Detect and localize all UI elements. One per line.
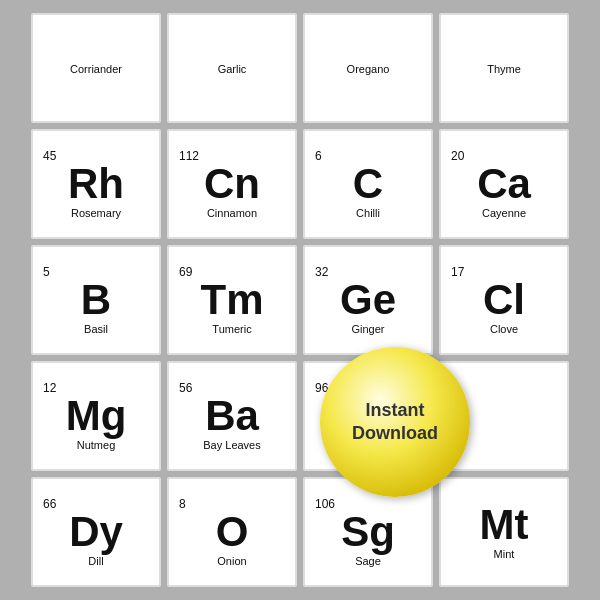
- cell-rosemary: 45 Rh Rosemary: [31, 129, 161, 239]
- cell-thyme: Thyme: [439, 13, 569, 123]
- name-mint: Mint: [494, 548, 515, 560]
- symbol-ba: Ba: [205, 395, 259, 437]
- name-oregano: Oregano: [347, 63, 390, 75]
- name-chilli: Chilli: [356, 207, 380, 219]
- name-tumeric: Tumeric: [212, 323, 251, 335]
- number-rosemary: 45: [37, 149, 56, 163]
- cell-garlic: Garlic: [167, 13, 297, 123]
- number-cinnamon: 112: [173, 149, 199, 163]
- symbol-cn: Cn: [204, 163, 260, 205]
- number-dill: 66: [37, 497, 56, 511]
- element-grid: Corriander Garlic Oregano Thyme 45 Rh Ro…: [25, 7, 575, 593]
- number-cayenne: 20: [445, 149, 464, 163]
- cell-bay-leaves: 56 Ba Bay Leaves: [167, 361, 297, 471]
- name-garlic: Garlic: [218, 63, 247, 75]
- cell-tumeric: 69 Tm Tumeric: [167, 245, 297, 355]
- symbol-tm: Tm: [201, 279, 264, 321]
- number-bay-leaves: 56: [173, 381, 192, 395]
- number-tumeric: 69: [173, 265, 192, 279]
- cell-nutmeg: 12 Mg Nutmeg: [31, 361, 161, 471]
- cell-chilli: 6 C Chilli: [303, 129, 433, 239]
- number-clove: 17: [445, 265, 464, 279]
- name-thyme: Thyme: [487, 63, 521, 75]
- cell-dill: 66 Dy Dill: [31, 477, 161, 587]
- badge-label: InstantDownload: [352, 399, 438, 446]
- number-sage: 106: [309, 497, 335, 511]
- cell-corriander: Corriander: [31, 13, 161, 123]
- name-onion: Onion: [217, 555, 246, 567]
- name-sage: Sage: [355, 555, 381, 567]
- cell-clove: 17 Cl Clove: [439, 245, 569, 355]
- symbol-dy: Dy: [69, 511, 123, 553]
- name-nutmeg: Nutmeg: [77, 439, 116, 451]
- cell-cayenne: 20 Ca Cayenne: [439, 129, 569, 239]
- name-corriander: Corriander: [70, 63, 122, 75]
- cell-cinnamon: 112 Cn Cinnamon: [167, 129, 297, 239]
- name-cayenne: Cayenne: [482, 207, 526, 219]
- symbol-o: O: [216, 511, 249, 553]
- name-cinnamon: Cinnamon: [207, 207, 257, 219]
- number-ginger: 32: [309, 265, 328, 279]
- cell-onion: 8 O Onion: [167, 477, 297, 587]
- symbol-ge: Ge: [340, 279, 396, 321]
- symbol-mt: Mt: [480, 504, 529, 546]
- name-rosemary: Rosemary: [71, 207, 121, 219]
- cell-oregano: Oregano: [303, 13, 433, 123]
- instant-download-badge[interactable]: InstantDownload: [320, 347, 470, 497]
- number-chilli: 6: [309, 149, 322, 163]
- symbol-b: B: [81, 279, 111, 321]
- symbol-cl: Cl: [483, 279, 525, 321]
- name-basil: Basil: [84, 323, 108, 335]
- symbol-ca: Ca: [477, 163, 531, 205]
- symbol-sg: Sg: [341, 511, 395, 553]
- number-nutmeg: 12: [37, 381, 56, 395]
- cell-mint: Mt Mint: [439, 477, 569, 587]
- number-basil: 5: [37, 265, 50, 279]
- name-ginger: Ginger: [351, 323, 384, 335]
- name-clove: Clove: [490, 323, 518, 335]
- name-dill: Dill: [88, 555, 103, 567]
- name-bay-leaves: Bay Leaves: [203, 439, 260, 451]
- cell-ginger: 32 Ge Ginger: [303, 245, 433, 355]
- symbol-c-chilli: C: [353, 163, 383, 205]
- number-onion: 8: [173, 497, 186, 511]
- cell-basil: 5 B Basil: [31, 245, 161, 355]
- symbol-rh: Rh: [68, 163, 124, 205]
- symbol-mg: Mg: [66, 395, 127, 437]
